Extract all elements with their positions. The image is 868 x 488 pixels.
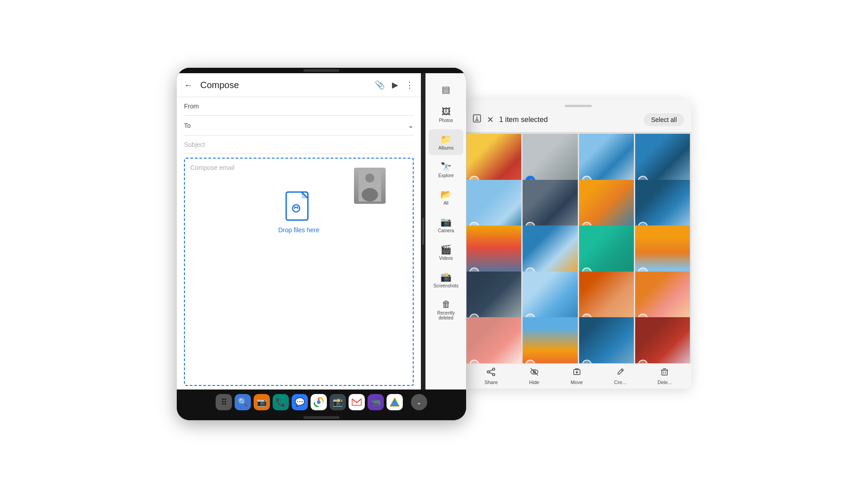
create-action[interactable]: Cre... — [614, 367, 626, 385]
nav-sidebar-toggle[interactable]: ▤ — [429, 80, 463, 100]
svg-line-18 — [490, 372, 493, 374]
phone-top-bar — [177, 68, 466, 73]
phone-bottom-notch — [303, 416, 340, 419]
phone-hinge — [421, 73, 425, 389]
app-dock: ⠿ 🔍 📷 📞 💬 📸 — [177, 389, 466, 415]
dock-cam2-icon[interactable]: 📸 — [330, 394, 346, 410]
photo-item[interactable]: IMG Final hd — [467, 317, 521, 363]
svg-line-22 — [621, 370, 623, 371]
foldable-phone: ← Compose 📎 ▶ ⋮ From To ⌄ — [177, 68, 466, 420]
svg-marker-12 — [390, 402, 399, 406]
subject-label: Subject — [184, 141, 205, 148]
sidebar-item-camera[interactable]: 📷 Camera — [429, 212, 463, 238]
photos-selection-header: ✕ 1 item selected Select all — [465, 107, 691, 132]
sidebar-item-videos[interactable]: 🎬 Videos — [429, 239, 463, 265]
compose-placeholder: Compose email — [190, 164, 234, 171]
send-icon[interactable]: ▶ — [392, 80, 398, 90]
move-action[interactable]: Move — [571, 367, 583, 385]
videos-nav-label: Videos — [439, 256, 453, 261]
svg-point-5 — [365, 174, 374, 183]
dock-messages-icon[interactable]: 💬 — [292, 394, 308, 410]
move-icon — [572, 367, 581, 379]
selected-count-text: 1 item selected — [499, 116, 638, 124]
all-nav-label: All — [443, 201, 448, 206]
phone-screen: ← Compose 📎 ▶ ⋮ From To ⌄ — [177, 73, 466, 389]
from-field-row: From — [184, 97, 414, 116]
file-drop-icon — [285, 191, 312, 223]
dock-drive-icon[interactable] — [387, 394, 403, 410]
share-action[interactable]: Share — [485, 367, 498, 385]
screenshots-nav-label: Screenshots — [434, 283, 459, 288]
recently-deleted-nav-label: Recently deleted — [430, 310, 462, 320]
dock-search-icon[interactable]: 🔍 — [235, 394, 251, 410]
all-icon: 📂 — [440, 189, 452, 200]
photo-item[interactable]: IMG Final hd — [523, 317, 577, 363]
gmail-compose-panel: ← Compose 📎 ▶ ⋮ From To ⌄ — [177, 73, 421, 389]
photo-bg — [467, 317, 521, 363]
to-field-row[interactable]: To ⌄ — [184, 116, 414, 136]
dock-chevron-button[interactable]: ⌄ — [411, 394, 427, 410]
attachment-icon[interactable]: 📎 — [375, 80, 385, 90]
dock-phone-icon[interactable]: 📞 — [273, 394, 289, 410]
compose-title: Compose — [200, 80, 375, 90]
dock-chrome-icon[interactable] — [311, 394, 327, 410]
dock-apps-icon[interactable]: ⠿ — [216, 394, 232, 410]
photos-grid: IMG Final hd ✓ IMG Final hd IMG Final hd… — [465, 132, 691, 363]
photo-item[interactable]: IMG Final hd — [635, 317, 690, 363]
sidebar-item-albums[interactable]: 📁 Albums — [429, 129, 463, 155]
hide-label: Hide — [529, 380, 539, 385]
select-all-button[interactable]: Select all — [644, 113, 684, 126]
svg-point-14 — [493, 368, 495, 371]
share-label: Share — [485, 380, 498, 385]
sidebar-item-photos[interactable]: 🖼 Photos — [429, 102, 463, 127]
svg-point-16 — [487, 371, 490, 373]
dock-gmail-icon[interactable] — [349, 394, 365, 410]
sidebar-item-all[interactable]: 📂 All — [429, 184, 463, 210]
sidebar-icon: ▤ — [442, 84, 450, 95]
screenshots-icon: 📸 — [440, 272, 452, 282]
photo-bg — [523, 317, 577, 363]
from-label: From — [184, 103, 206, 110]
phone-notch — [303, 69, 340, 72]
hide-action[interactable]: Hide — [529, 367, 539, 385]
create-icon — [616, 367, 625, 379]
trash-icon: 🗑 — [442, 299, 451, 310]
hinge-line — [422, 218, 424, 245]
photo-bg — [635, 317, 690, 363]
to-dropdown-icon[interactable]: ⌄ — [408, 121, 414, 130]
sidebar-item-screenshots[interactable]: 📸 Screenshots — [429, 267, 463, 293]
compose-body-area[interactable]: Compose email — [184, 158, 414, 386]
to-label: To — [184, 122, 206, 129]
share-icon — [486, 367, 495, 379]
svg-point-15 — [493, 374, 495, 376]
svg-point-3 — [297, 206, 298, 208]
delete-icon — [660, 367, 669, 379]
compose-header: ← Compose 📎 ▶ ⋮ — [177, 73, 421, 97]
photos-panel-top-notch-area — [465, 99, 691, 107]
svg-point-6 — [362, 188, 378, 202]
sidebar-item-explore[interactable]: 🔭 Explore — [429, 157, 463, 183]
back-icon[interactable]: ← — [184, 80, 193, 90]
videos-icon: 🎬 — [440, 244, 452, 255]
more-icon[interactable]: ⋮ — [406, 80, 414, 90]
close-selection-button[interactable]: ✕ — [487, 115, 494, 125]
photo-item[interactable]: IMG Final hd — [579, 317, 634, 363]
delete-action[interactable]: Dele... — [658, 367, 672, 385]
sidebar-item-recently-deleted[interactable]: 🗑 Recently deleted — [429, 295, 463, 325]
dock-duo-icon[interactable]: 📹 — [368, 394, 384, 410]
subject-field-row[interactable]: Subject — [184, 136, 414, 154]
photo-bg — [579, 317, 634, 363]
dragged-photo-thumbnail — [354, 168, 386, 204]
camera-nav-icon: 📷 — [440, 216, 452, 227]
photos-edit-icon[interactable] — [472, 114, 481, 125]
phone-bottom-bar — [177, 415, 466, 420]
delete-label: Dele... — [658, 380, 672, 385]
svg-point-2 — [294, 206, 296, 208]
explore-icon: 🔭 — [440, 161, 452, 172]
explore-nav-label: Explore — [439, 173, 454, 178]
compose-fields: From To ⌄ Subject — [177, 97, 421, 154]
header-icons: 📎 ▶ ⋮ — [375, 80, 414, 90]
drop-files-label: Drop files here — [278, 226, 319, 234]
albums-icon: 📁 — [440, 134, 452, 145]
dock-camera-icon[interactable]: 📷 — [254, 394, 270, 410]
